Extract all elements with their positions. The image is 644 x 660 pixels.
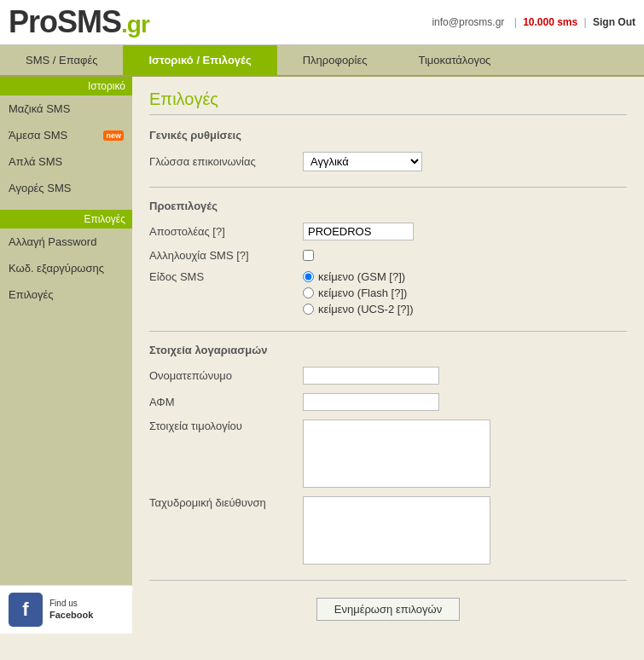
divider-3 [149,580,627,581]
navigation: SMS / Επαφές Ιστορικό / Επιλογές Πληροφο… [0,45,644,77]
facebook-label: Facebook [49,609,93,621]
nav-item-sms[interactable]: SMS / Επαφές [0,45,123,75]
sms-type-gsm-row: κείμενο (GSM [?]) [303,270,414,283]
sidebar-item-apla[interactable]: Απλά SMS [0,148,132,175]
top-links: info@prosms.gr | 10.000 sms | Sign Out [428,16,635,28]
sidebar-item-agores[interactable]: Αγορές SMS [0,175,132,201]
sms-type-radio-group: κείμενο (GSM [?]) κείμενο (Flash [?]) κε… [303,270,414,316]
afm-field-row: ΑΦΜ [149,393,627,411]
invoice-label: Στοιχεία τιμολογίου [149,420,303,432]
sidebar-section-options: Επιλογές [0,210,132,229]
logo: ProSMS.gr [9,4,149,40]
submit-row: Ενημέρωση επιλογών [149,598,627,621]
sms-type-ucs2-label: κείμενο (UCS-2 [?]) [318,303,414,316]
allilouchia-label: Αλληλουχία SMS [?] [149,249,303,262]
presets-title: Προεπιλογές [149,200,627,212]
sms-type-field-row: Είδος SMS κείμενο (GSM [?]) κείμενο (Fla… [149,270,627,316]
language-label: Γλώσσα επικοινωνίας [149,155,303,168]
sidebar-section-history: Ιστορικό [0,77,132,96]
postal-label: Ταχυδρομική διεύθυνση [149,496,303,509]
submit-button[interactable]: Ενημέρωση επιλογών [316,598,460,621]
sidebar-link-amesa-label: Άμεσα SMS [9,129,67,142]
email-link[interactable]: info@prosms.gr [432,16,504,28]
afm-input[interactable] [303,393,439,411]
logo-pro: Pro [9,4,57,39]
sidebar-item-redemption[interactable]: Κωδ. εξαργύρωσης [0,255,132,281]
afm-label: ΑΦΜ [149,396,303,408]
fullname-label: Ονοματεπώνυμο [149,369,303,382]
sms-type-flash-label: κείμενο (Flash [?]) [318,287,407,299]
sender-field-row: Αποστολέας [?] [149,223,627,240]
logo-gr: .gr [121,11,149,38]
sender-label: Αποστολέας [?] [149,225,303,238]
divider-2 [149,331,627,332]
sms-type-ucs2-row: κείμενο (UCS-2 [?]) [303,303,414,316]
new-badge-icon: new [103,130,124,141]
sms-credit-link[interactable]: 10.000 sms [523,16,577,28]
facebook-footer[interactable]: f Find us Facebook [0,585,132,634]
language-field-row: Γλώσσα επικοινωνίας Αγγλικά Ελληνικά [149,152,627,171]
fullname-field-row: Ονοματεπώνυμο [149,367,627,385]
separator2: | [584,16,587,28]
logo-sms: SMS [57,4,121,39]
facebook-icon: f [9,593,43,627]
nav-item-pricing[interactable]: Τιμοκατάλογος [392,45,516,75]
facebook-footer-wrapper: f Find us Facebook [0,585,132,634]
sms-type-flash-radio[interactable] [303,287,314,298]
general-settings-title: Γενικές ρυθμίσεις [149,129,627,142]
sms-type-flash-row: κείμενο (Flash [?]) [303,287,414,299]
facebook-find-text: Find us [49,598,93,609]
presets-section: Προεπιλογές Αποστολέας [?] Αλληλουχία SM… [149,200,627,316]
allilouchia-checkbox[interactable] [303,250,314,261]
sms-type-gsm-radio[interactable] [303,271,314,282]
account-section-title: Στοιχεία λογαριασμών [149,344,627,356]
allilouchia-field-row: Αλληλουχία SMS [?] [149,249,627,262]
postal-textarea[interactable] [303,496,490,564]
sidebar-item-options[interactable]: Επιλογές [0,281,132,308]
divider-1 [149,187,627,188]
invoice-textarea[interactable] [303,420,490,488]
sidebar-item-amesa[interactable]: Άμεσα SMS new [0,122,132,148]
language-select[interactable]: Αγγλικά Ελληνικά [303,152,422,171]
postal-field-row: Ταχυδρομική διεύθυνση [149,496,627,564]
separator1: | [514,16,517,28]
account-section: Στοιχεία λογαριασμών Ονοματεπώνυμο ΑΦΜ Σ… [149,344,627,564]
header: ProSMS.gr info@prosms.gr | 10.000 sms | … [0,0,644,45]
nav-item-info[interactable]: Πληροφορίες [277,45,393,75]
fullname-input[interactable] [303,367,439,385]
facebook-text: Find us Facebook [49,598,93,621]
sidebar: Ιστορικό Μαζικά SMS Άμεσα SMS new Απλά S… [0,77,132,634]
signout-link[interactable]: Sign Out [593,16,635,28]
sms-type-ucs2-radio[interactable] [303,304,314,315]
page-title: Επιλογές [149,90,627,115]
content-area: Επιλογές Γενικές ρυθμίσεις Γλώσσα επικοι… [132,77,644,634]
sidebar-item-password[interactable]: Αλλαγή Password [0,229,132,255]
sidebar-item-mazika[interactable]: Μαζικά SMS [0,96,132,122]
invoice-field-row: Στοιχεία τιμολογίου [149,420,627,488]
general-settings-section: Γενικές ρυθμίσεις Γλώσσα επικοινωνίας Αγ… [149,129,627,171]
sms-type-label: Είδος SMS [149,270,303,283]
sms-type-gsm-label: κείμενο (GSM [?]) [318,270,405,283]
nav-item-history[interactable]: Ιστορικό / Επιλογές [123,45,276,75]
sender-input[interactable] [303,223,414,240]
main-layout: Ιστορικό Μαζικά SMS Άμεσα SMS new Απλά S… [0,77,644,634]
